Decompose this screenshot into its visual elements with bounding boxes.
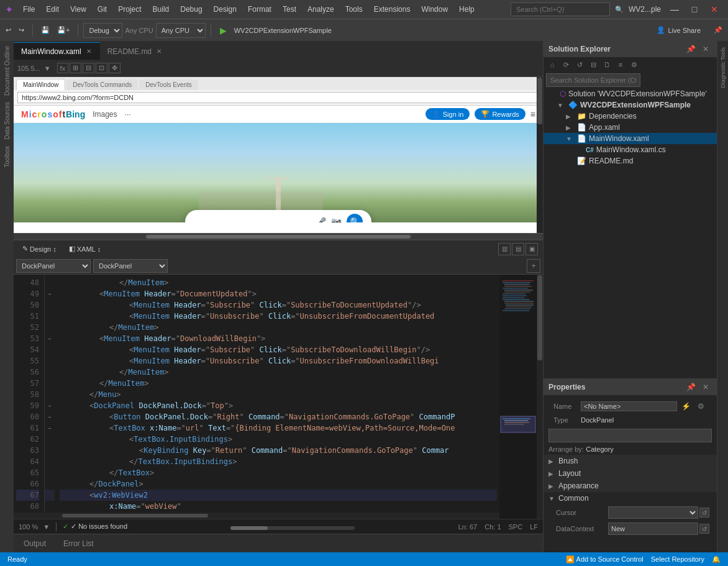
se-search-input[interactable]	[546, 73, 640, 87]
select-repository-btn[interactable]: Select Repository	[648, 555, 707, 563]
hamburger-icon[interactable]: ≡	[530, 109, 535, 119]
tab-close-icon[interactable]: ✕	[85, 48, 93, 55]
canvas-func-btn[interactable]: fx	[57, 63, 69, 73]
canvas-pan-btn[interactable]: ✥	[109, 63, 121, 73]
se-show-files-btn[interactable]: 🗋	[601, 58, 613, 71]
cpu-config-dropdown[interactable]: Any CPU	[156, 23, 206, 38]
data-sources-icon[interactable]: Data Sources	[2, 99, 12, 142]
prop-close-btn[interactable]: ✕	[699, 381, 712, 393]
bing-search-input[interactable]	[194, 217, 311, 223]
tree-project[interactable]: ▼ 🔷 WV2CDPExtensionWPFSample	[544, 99, 717, 111]
search-input[interactable]	[511, 2, 610, 16]
tree-readme[interactable]: 📝 README.md	[544, 155, 717, 167]
menu-git[interactable]: Git	[93, 2, 112, 16]
bing-images-link[interactable]: Images	[93, 110, 117, 119]
menu-design[interactable]: Design	[209, 2, 242, 16]
code-scrollbar-h[interactable]	[14, 513, 499, 519]
menu-extensions[interactable]: Extensions	[369, 2, 416, 16]
cursor-reset-btn[interactable]: ↺	[699, 508, 709, 518]
menu-build[interactable]: Build	[148, 2, 175, 16]
prop-cat-layout[interactable]: ▶ Layout	[544, 467, 717, 480]
tree-expand-deps[interactable]: ▶	[566, 113, 575, 120]
toolbox-icon[interactable]: Toolbox	[2, 144, 12, 170]
start-debug-btn[interactable]: ▶	[216, 24, 230, 37]
xaml-toggle-btn[interactable]: ◧ XAML ↕	[65, 244, 104, 254]
bing-more-link[interactable]: ···	[125, 110, 131, 119]
canvas-zoom-fit-btn[interactable]: ⊡	[96, 63, 107, 73]
se-pin-btn[interactable]: 📌	[685, 43, 697, 55]
menu-format[interactable]: Format	[243, 2, 276, 16]
menu-edit[interactable]: Edit	[41, 2, 64, 16]
menu-window[interactable]: Window	[416, 2, 453, 16]
menu-view[interactable]: View	[65, 2, 91, 16]
minimize-button[interactable]: —	[666, 1, 683, 18]
browser-tab-devtools-commands[interactable]: DevTools Commands	[66, 80, 138, 90]
error-list-tab[interactable]: Error List	[58, 537, 99, 550]
menu-file[interactable]: File	[18, 2, 40, 16]
prop-arrange-value[interactable]: Category	[586, 445, 614, 453]
pin-btn[interactable]: 📌	[711, 24, 726, 36]
save-all-btn[interactable]: 💾+	[54, 24, 73, 36]
tab-close-icon[interactable]: ✕	[155, 48, 163, 55]
menu-analyze[interactable]: Analyze	[303, 2, 339, 16]
tab-mainwindow-xaml[interactable]: MainWindow.xaml ✕	[14, 42, 100, 60]
se-filter-btn[interactable]: ≡	[614, 58, 627, 71]
browser-address-input[interactable]	[17, 92, 539, 103]
prop-name-input[interactable]	[581, 401, 677, 411]
prop-cat-brush[interactable]: ▶ Brush	[544, 455, 717, 467]
tree-expand-app[interactable]: ▶	[566, 124, 575, 131]
zoom-level[interactable]: 100 %	[19, 523, 38, 531]
se-home-btn[interactable]: ⌂	[546, 58, 558, 71]
se-sync-btn[interactable]: ⟳	[560, 58, 572, 71]
expand-53[interactable]: −	[45, 333, 55, 344]
diagnostic-tools-icon[interactable]: Diagnostic Tools	[719, 43, 727, 91]
expand-49[interactable]: −	[45, 288, 55, 299]
notification-icon[interactable]: 🔔	[709, 555, 723, 564]
tab-readme[interactable]: README.md ✕	[100, 42, 170, 60]
tree-dependencies[interactable]: ▶ 📁 Dependencies	[544, 111, 717, 122]
prop-pin-btn[interactable]: 📌	[685, 381, 697, 393]
redo-btn[interactable]: ↪	[16, 24, 27, 36]
menu-tools[interactable]: Tools	[340, 2, 368, 16]
right-context-dropdown[interactable]: DockPanel	[93, 259, 168, 273]
expand-59[interactable]: −	[45, 400, 55, 411]
debug-config-dropdown[interactable]: Debug	[83, 23, 122, 38]
se-settings-btn[interactable]: ⚙	[628, 58, 640, 71]
tree-app-xaml[interactable]: ▶ 📄 App.xaml	[544, 122, 717, 133]
browser-tab-mainwindow[interactable]: MainWindow	[16, 79, 65, 90]
close-button[interactable]: ✕	[706, 1, 723, 18]
tree-expand-mainwindow[interactable]: ▼	[566, 135, 575, 142]
menu-debug[interactable]: Debug	[175, 2, 207, 16]
search-submit-icon[interactable]: 🔍	[347, 214, 363, 222]
prop-cat-common[interactable]: ▼ Common	[544, 492, 717, 504]
expand-60[interactable]: −	[45, 411, 55, 422]
menu-test[interactable]: Test	[278, 2, 301, 16]
microphone-icon[interactable]: 🎤	[316, 217, 326, 222]
hscroll-indicator[interactable]	[230, 526, 355, 530]
se-refresh-btn[interactable]: ↺	[573, 58, 586, 71]
tree-mainwindow-xaml[interactable]: ▼ 📄 MainWindow.xaml	[544, 133, 717, 144]
save-btn[interactable]: 💾	[38, 24, 53, 36]
sign-in-button[interactable]: 👤 Sign in	[425, 108, 470, 120]
cursor-dropdown[interactable]	[608, 506, 698, 519]
code-text-area[interactable]: </MenuItem> <MenuItem Header="DocumentUp…	[47, 277, 497, 513]
live-share-button[interactable]: 👤 Live Share	[652, 24, 706, 36]
design-toggle-btn[interactable]: ✎ Design ↕	[19, 244, 60, 254]
canvas-grid-btn[interactable]: ⊞	[70, 63, 81, 73]
datacontext-input[interactable]	[608, 523, 698, 535]
prop-event-btn[interactable]: ⚡	[680, 400, 692, 413]
menu-project[interactable]: Project	[113, 2, 146, 16]
undo-group-btn[interactable]: ↩	[2, 24, 14, 36]
split-full-btn[interactable]: ▣	[526, 243, 538, 255]
document-outline-icon[interactable]: Document Outline	[2, 43, 12, 98]
tree-solution[interactable]: ⬡ Solution 'WV2CDPExtensionWPFSample'	[544, 88, 717, 99]
add-handler-btn[interactable]: +	[527, 259, 540, 273]
split-vertical-btn[interactable]: ▥	[498, 243, 511, 255]
menu-help[interactable]: Help	[454, 2, 480, 16]
expand-61[interactable]: −	[45, 422, 55, 434]
prop-arrange-btn[interactable]: ⚙	[694, 400, 707, 413]
canvas-snap-btn[interactable]: ⊟	[83, 63, 94, 73]
add-to-source-control[interactable]: 🔼 Add to Source Control	[563, 555, 646, 564]
tree-mainwindow-cs[interactable]: C# MainWindow.xaml.cs	[544, 144, 717, 155]
output-tab[interactable]: Output	[19, 537, 51, 550]
